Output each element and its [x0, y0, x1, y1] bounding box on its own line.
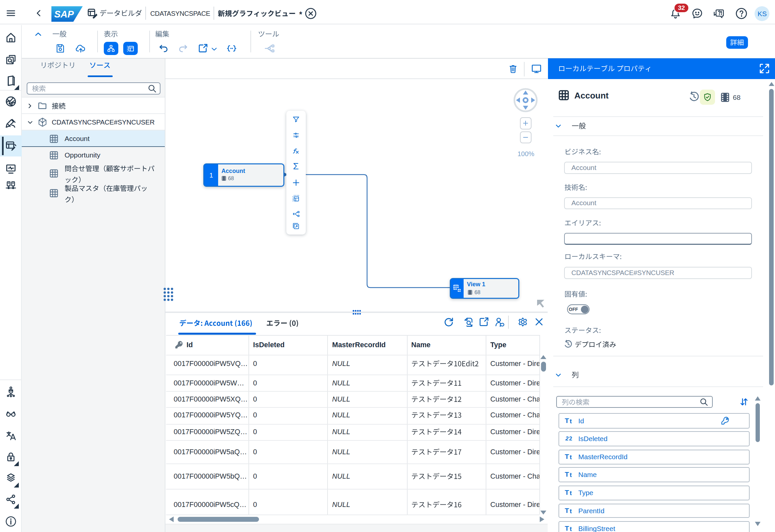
svg-text:SAP: SAP — [54, 9, 74, 19]
